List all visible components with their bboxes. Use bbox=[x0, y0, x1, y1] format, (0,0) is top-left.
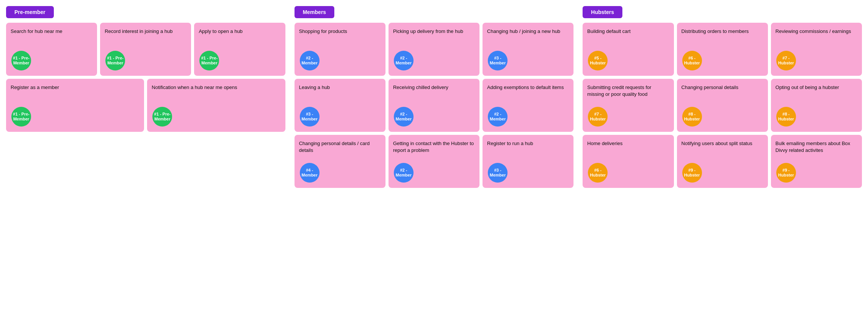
card-hubster-1-0: Submitting credit requests for missing o… bbox=[583, 79, 674, 132]
card-title: Changing personal details / card details bbox=[299, 140, 381, 154]
card-badge: #9 - Hubster bbox=[776, 163, 796, 183]
card-hubster-0-2: Reviewing commissions / earnings#7 - Hub… bbox=[771, 23, 862, 76]
card-badge: #1 - Pre-Member bbox=[152, 107, 172, 127]
card-title: Register as a member bbox=[11, 84, 139, 91]
card-title: Distributing orders to members bbox=[682, 28, 763, 35]
card-pre-member-0-1: Record interest in joining a hub#1 - Pre… bbox=[100, 23, 191, 76]
card-badge: #8 - Hubster bbox=[682, 107, 702, 127]
section-hubster: HubstersBuilding default cart#5 - Hubste… bbox=[583, 6, 862, 191]
section-member: MembersShopping for products#2 - MemberP… bbox=[295, 6, 574, 191]
card-title: Building default cart bbox=[587, 28, 669, 35]
card-member-1-1: Receiving chilled delivery#2 - Member bbox=[389, 79, 479, 132]
card-member-0-0: Shopping for products#2 - Member bbox=[295, 23, 385, 76]
card-member-0-1: Picking up delivery from the hub#2 - Mem… bbox=[389, 23, 479, 76]
card-row-member-2: Changing personal details / card details… bbox=[295, 135, 574, 188]
section-pre-member: Pre-memberSearch for hub near me#1 - Pre… bbox=[6, 6, 285, 135]
card-badge: #7 - Hubster bbox=[776, 51, 796, 70]
card-badge: #2 - Member bbox=[394, 163, 414, 183]
card-badge: #2 - Member bbox=[394, 51, 414, 70]
card-row-hubster-2: Home deliveries#6 - HubsterNotifying use… bbox=[583, 135, 862, 188]
card-title: Notification when a hub near me opens bbox=[152, 84, 280, 91]
card-title: Home deliveries bbox=[587, 140, 669, 147]
card-badge: #2 - Member bbox=[394, 107, 414, 127]
card-title: Notifying users about split status bbox=[682, 140, 763, 147]
card-title: Opting out of being a hubster bbox=[776, 84, 857, 91]
card-pre-member-1-0: Register as a member#1 - Pre-Member bbox=[6, 79, 144, 132]
card-row-pre-member-1: Register as a member#1 - Pre-MemberNotif… bbox=[6, 79, 285, 132]
card-title: Picking up delivery from the hub bbox=[393, 28, 475, 35]
card-badge: #2 - Member bbox=[300, 51, 320, 70]
card-title: Changing hub / joining a new hub bbox=[487, 28, 569, 35]
card-title: Receiving chilled delivery bbox=[393, 84, 475, 91]
card-title: Adding exemptions to default items bbox=[487, 84, 569, 91]
card-hubster-0-1: Distributing orders to members#6 - Hubst… bbox=[677, 23, 768, 76]
card-member-1-2: Adding exemptions to default items#2 - M… bbox=[483, 79, 573, 132]
card-badge: #1 - Pre-Member bbox=[11, 51, 31, 70]
card-badge: #2 - Member bbox=[488, 107, 508, 127]
section-header-member: Members bbox=[295, 6, 334, 18]
card-hubster-2-2: Bulk emailing members about Box Divvy re… bbox=[771, 135, 862, 188]
card-title: Reviewing commissions / earnings bbox=[776, 28, 857, 35]
card-badge: #3 - Member bbox=[300, 107, 320, 127]
card-badge: #5 - Hubster bbox=[588, 51, 608, 70]
card-member-2-2: Register to run a hub#3 - Member bbox=[483, 135, 573, 188]
card-row-hubster-1: Submitting credit requests for missing o… bbox=[583, 79, 862, 132]
card-row-member-1: Leaving a hub#3 - MemberReceiving chille… bbox=[295, 79, 574, 132]
card-badge: #3 - Member bbox=[488, 51, 508, 70]
card-badge: #7 - Hubster bbox=[588, 107, 608, 127]
card-badge: #6 - Hubster bbox=[682, 51, 702, 70]
card-title: Changing personal details bbox=[682, 84, 763, 91]
card-title: Apply to open a hub bbox=[199, 28, 280, 35]
card-badge: #1 - Pre-Member bbox=[105, 51, 125, 70]
section-header-hubster: Hubsters bbox=[583, 6, 622, 18]
card-hubster-1-1: Changing personal details#8 - Hubster bbox=[677, 79, 768, 132]
card-badge: #8 - Hubster bbox=[776, 107, 796, 127]
card-title: Register to run a hub bbox=[487, 140, 569, 147]
card-pre-member-1-1: Notification when a hub near me opens#1 … bbox=[147, 79, 285, 132]
card-hubster-2-0: Home deliveries#6 - Hubster bbox=[583, 135, 674, 188]
card-badge: #1 - Pre-Member bbox=[199, 51, 219, 70]
card-member-0-2: Changing hub / joining a new hub#3 - Mem… bbox=[483, 23, 573, 76]
card-row-hubster-0: Building default cart#5 - HubsterDistrib… bbox=[583, 23, 862, 76]
card-member-2-1: Getting in contact with the Hubster to r… bbox=[389, 135, 479, 188]
card-title: Bulk emailing members about Box Divvy re… bbox=[776, 140, 857, 154]
card-badge: #6 - Hubster bbox=[588, 163, 608, 183]
card-hubster-0-0: Building default cart#5 - Hubster bbox=[583, 23, 674, 76]
card-title: Submitting credit requests for missing o… bbox=[587, 84, 669, 98]
card-badge: #3 - Member bbox=[488, 163, 508, 183]
page-container: Pre-memberSearch for hub near me#1 - Pre… bbox=[6, 6, 862, 191]
card-title: Shopping for products bbox=[299, 28, 381, 35]
card-hubster-2-1: Notifying users about split status#9 - H… bbox=[677, 135, 768, 188]
card-row-member-0: Shopping for products#2 - MemberPicking … bbox=[295, 23, 574, 76]
card-row-pre-member-0: Search for hub near me#1 - Pre-MemberRec… bbox=[6, 23, 285, 76]
card-pre-member-0-2: Apply to open a hub#1 - Pre-Member bbox=[194, 23, 285, 76]
section-header-pre-member: Pre-member bbox=[6, 6, 54, 18]
card-pre-member-0-0: Search for hub near me#1 - Pre-Member bbox=[6, 23, 97, 76]
card-member-2-0: Changing personal details / card details… bbox=[295, 135, 385, 188]
card-title: Record interest in joining a hub bbox=[105, 28, 186, 35]
card-title: Search for hub near me bbox=[11, 28, 92, 35]
card-title: Getting in contact with the Hubster to r… bbox=[393, 140, 475, 154]
card-badge: #9 - Hubster bbox=[682, 163, 702, 183]
card-badge: #4 - Member bbox=[300, 163, 320, 183]
card-badge: #1 - Pre-Member bbox=[11, 107, 31, 127]
card-title: Leaving a hub bbox=[299, 84, 381, 91]
card-member-1-0: Leaving a hub#3 - Member bbox=[295, 79, 385, 132]
card-hubster-1-2: Opting out of being a hubster#8 - Hubste… bbox=[771, 79, 862, 132]
